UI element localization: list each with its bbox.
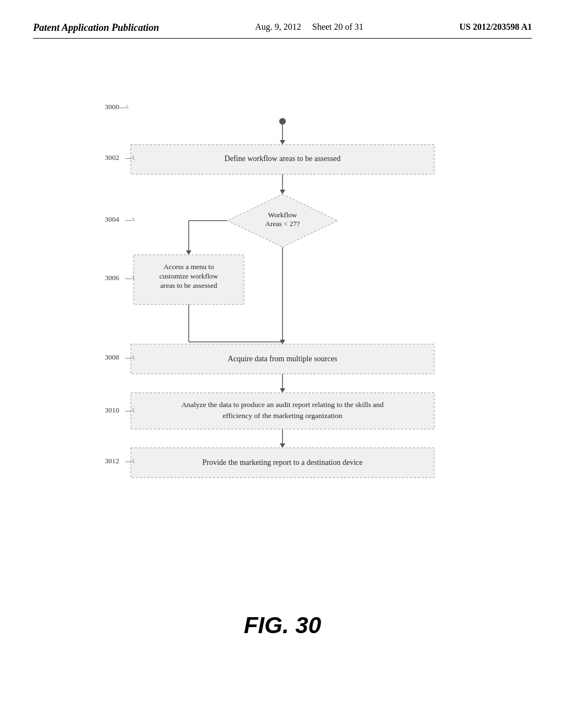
svg-text:—\: —\ [125, 457, 135, 465]
sheet-info: Sheet 20 of 31 [312, 22, 364, 31]
label-3010: 3010 [105, 406, 119, 414]
header: Patent Application Publication Aug. 9, 2… [33, 22, 532, 39]
label-3008: 3008 [105, 353, 119, 361]
svg-text:—\: —\ [125, 153, 135, 162]
patent-title: Patent Application Publication [33, 22, 159, 34]
text-3008: Acquire data from multiple sources [228, 355, 337, 363]
svg-text:—\: —\ [125, 353, 135, 361]
page: Patent Application Publication Aug. 9, 2… [0, 0, 565, 728]
text-3012: Provide the marketing report to a destin… [202, 458, 363, 467]
text-3006-line3: areas to be assessed [161, 281, 217, 290]
box-3010 [131, 393, 434, 429]
arrow-3010-3012 [280, 443, 285, 448]
label-3000: 3000 [105, 103, 119, 111]
label-3006: 3006 [105, 274, 120, 282]
start-circle [279, 118, 286, 125]
publication-date: Aug. 9, 2012 [255, 22, 301, 31]
figure-label: FIG. 30 [33, 612, 532, 639]
text-3002: Define workflow areas to be assessed [225, 154, 340, 163]
text-3004-line1: Workflow [268, 211, 297, 219]
arrow-3008-3010 [280, 388, 285, 393]
patent-number: US 2012/203598 A1 [459, 22, 532, 32]
label-3004: 3004 [105, 215, 120, 223]
text-3010-line1: Analyze the data to produce an audit rep… [182, 400, 384, 409]
header-date-sheet: Aug. 9, 2012 Sheet 20 of 31 [255, 22, 363, 32]
arrow-3004-3006 [186, 250, 191, 255]
label-3002: 3002 [105, 153, 119, 162]
text-3006-line2: customize workflow [159, 272, 218, 280]
text-3004-line2: Areas < 27? [265, 220, 300, 228]
svg-text:—\: —\ [125, 215, 135, 223]
text-3006-line1: Access a menu to [163, 263, 214, 271]
label-3012: 3012 [105, 457, 119, 465]
arrow-3002-3004 [280, 190, 285, 194]
svg-text:—\: —\ [119, 103, 129, 111]
svg-text:—\: —\ [125, 406, 135, 414]
text-3010-line2: efficiency of the marketing organization [223, 411, 343, 420]
arrow-start-3002 [280, 140, 285, 144]
flowchart-diagram: 3000 —\ Define workflow areas to be asse… [45, 72, 520, 568]
svg-text:—\: —\ [125, 274, 135, 282]
